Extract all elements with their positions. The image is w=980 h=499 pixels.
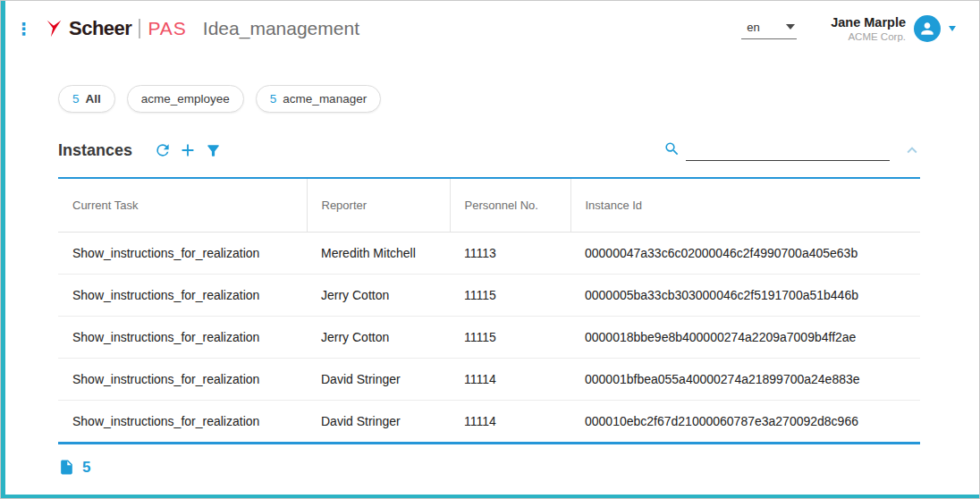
table-row[interactable]: Show_instructions_for_realizationJerry C…: [58, 275, 920, 317]
cell-instance-id: 00000047a33c6c02000046c2f4990700a405e63b: [570, 233, 920, 275]
kebab-menu-icon[interactable]: ⋮: [15, 21, 30, 38]
chip-acme-manager[interactable]: 5 acme_manager: [256, 85, 381, 113]
result-count-row: 5: [58, 458, 922, 477]
person-icon: [918, 20, 936, 38]
chip-all[interactable]: 5 All: [58, 85, 115, 113]
table-row[interactable]: Show_instructions_for_realizationJerry C…: [58, 317, 920, 359]
column-header-personnel-no[interactable]: Personnel No.: [450, 179, 570, 233]
refresh-button[interactable]: [150, 138, 175, 163]
chevron-up-icon: [902, 140, 922, 160]
chip-label: acme_employee: [141, 92, 230, 106]
cell-current-task: Show_instructions_for_realization: [58, 275, 307, 317]
filter-button[interactable]: [200, 138, 225, 163]
filter-chips: 5 All acme_employee 5 acme_manager: [58, 85, 979, 113]
result-count: 5: [82, 459, 90, 477]
column-header-reporter[interactable]: Reporter: [307, 179, 450, 233]
refresh-icon: [154, 141, 172, 159]
add-instance-button[interactable]: [175, 138, 200, 163]
scheer-logo-icon: [44, 19, 63, 38]
cell-instance-id: 0000005ba33cb303000046c2f5191700a51b446b: [570, 275, 920, 317]
table-row[interactable]: Show_instructions_for_realizationDavid S…: [58, 359, 920, 401]
instances-table: Current Task Reporter Personnel No. Inst…: [58, 177, 920, 444]
brand-divider: [139, 19, 140, 38]
cell-current-task: Show_instructions_for_realization: [58, 317, 307, 359]
cell-reporter: David Stringer: [307, 401, 450, 443]
cell-reporter: Meredith Mitchell: [307, 233, 450, 275]
brand-logo: Scheer PAS: [44, 17, 187, 40]
cell-personnel-no: 11115: [450, 275, 570, 317]
search-input[interactable]: [686, 140, 890, 161]
instances-toolbar: Instances: [58, 136, 922, 165]
chip-label: All: [86, 92, 101, 106]
search-group: [663, 140, 890, 161]
table-row[interactable]: Show_instructions_for_realizationDavid S…: [58, 401, 920, 443]
user-caret-icon: [949, 26, 956, 31]
chip-label: acme_manager: [283, 92, 367, 106]
table-header-row: Current Task Reporter Personnel No. Inst…: [58, 179, 920, 233]
user-names: Jane Marple ACME Corp.: [831, 15, 906, 42]
chip-count-badge: 5: [270, 92, 277, 106]
cell-current-task: Show_instructions_for_realization: [58, 233, 307, 275]
caret-down-icon: [786, 24, 795, 30]
header: ⋮ Scheer PAS Idea_management en Jane Mar…: [1, 1, 979, 56]
cell-personnel-no: 11115: [450, 317, 570, 359]
language-value: en: [747, 21, 759, 34]
cell-instance-id: 0000018bbe9e8b400000274a2209a7009b4ff2ae: [570, 317, 920, 359]
plus-icon: [178, 140, 198, 160]
instances-table-body: Show_instructions_for_realizationMeredit…: [58, 233, 920, 443]
column-header-instance-id[interactable]: Instance Id: [570, 179, 920, 233]
page-title: Idea_management: [203, 18, 359, 39]
section-title: Instances: [58, 141, 132, 160]
cell-personnel-no: 11113: [450, 233, 570, 275]
cell-reporter: Jerry Cotton: [307, 317, 450, 359]
chip-acme-employee[interactable]: acme_employee: [127, 85, 244, 113]
filter-funnel-icon: [205, 142, 222, 159]
user-name: Jane Marple: [831, 15, 906, 30]
language-select[interactable]: en: [741, 19, 797, 39]
cell-reporter: David Stringer: [307, 359, 450, 401]
cell-instance-id: 000010ebc2f67d21000060787e3a270092d8c966: [570, 401, 920, 443]
cell-reporter: Jerry Cotton: [307, 275, 450, 317]
avatar[interactable]: [914, 15, 941, 42]
column-header-current-task[interactable]: Current Task: [58, 179, 307, 233]
cell-personnel-no: 11114: [450, 359, 570, 401]
cell-current-task: Show_instructions_for_realization: [58, 401, 307, 443]
left-accent-edge: [1, 1, 5, 498]
bottom-accent-edge: [1, 495, 979, 498]
brand-scheer-text: Scheer: [69, 17, 131, 40]
app-window: ⋮ Scheer PAS Idea_management en Jane Mar…: [0, 0, 980, 499]
chip-count-badge: 5: [72, 92, 80, 106]
brand-pas-text: PAS: [148, 18, 186, 39]
document-icon: [58, 458, 75, 477]
header-right: en Jane Marple ACME Corp.: [741, 15, 956, 42]
cell-instance-id: 000001bfbea055a40000274a21899700a24e883e: [570, 359, 920, 401]
user-org: ACME Corp.: [831, 31, 906, 42]
table-row[interactable]: Show_instructions_for_realizationMeredit…: [58, 233, 920, 275]
user-menu[interactable]: Jane Marple ACME Corp.: [831, 15, 956, 42]
search-icon: [663, 140, 680, 161]
collapse-panel-button[interactable]: [902, 140, 922, 160]
cell-personnel-no: 11114: [450, 401, 570, 443]
cell-current-task: Show_instructions_for_realization: [58, 359, 307, 401]
